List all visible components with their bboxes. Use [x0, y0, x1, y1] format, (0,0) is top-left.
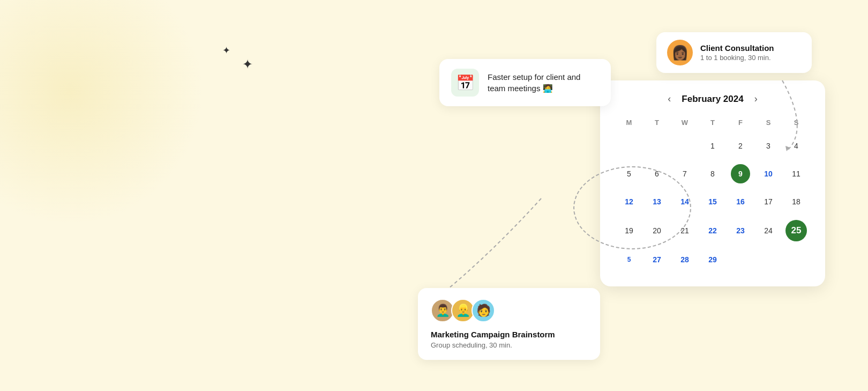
cal-day-available-16[interactable]: 16	[727, 188, 754, 216]
weekday-F: F	[727, 115, 754, 132]
client-avatar: 👩🏾	[667, 40, 693, 65]
weekday-T1: T	[643, 115, 671, 132]
cal-day[interactable]: 24	[754, 216, 782, 246]
sparkle-icon-1: ✦	[222, 46, 230, 55]
calendar-next-button[interactable]: ›	[752, 93, 760, 105]
cal-day-available-29[interactable]: 29	[699, 246, 727, 274]
cal-day[interactable]: 7	[671, 160, 699, 188]
bot-feature-card: 📅 Faster setup for client and team meeti…	[439, 59, 611, 106]
cal-day[interactable]: 4	[782, 132, 810, 160]
client-card-subtitle: 1 to 1 booking, 30 min.	[700, 54, 774, 62]
weekday-S1: S	[754, 115, 782, 132]
calendar-prev-button[interactable]: ‹	[665, 93, 673, 105]
avatar-3: 🧑	[472, 299, 495, 322]
cal-day[interactable]: 18	[782, 188, 810, 216]
cal-day-available-23[interactable]: 23	[727, 216, 754, 246]
calendar-month-label: February 2024	[682, 94, 743, 105]
cal-day[interactable]: 19	[615, 216, 643, 246]
cal-day[interactable]: 3	[754, 132, 782, 160]
avatar-group: 👨‍🦱 👱‍♂️ 🧑	[431, 299, 587, 322]
weekday-T2: T	[699, 115, 727, 132]
marketing-campaign-card: 👨‍🦱 👱‍♂️ 🧑 Marketing Campaign Brainstorm…	[418, 288, 600, 360]
cal-day-available-28[interactable]: 28	[671, 246, 699, 274]
cal-day-available-22[interactable]: 22	[699, 216, 727, 246]
cal-day[interactable]: 6	[643, 160, 671, 188]
cal-day-available-10[interactable]: 10	[754, 160, 782, 188]
cal-day-empty	[643, 132, 671, 160]
cal-day-available-27[interactable]: 27	[643, 246, 671, 274]
cal-day-available-14[interactable]: 14	[671, 188, 699, 216]
client-info: Client Consultation 1 to 1 booking, 30 m…	[700, 43, 774, 62]
calendar-weekday-row: M T W T F S S	[615, 115, 810, 132]
bot-card-text: Faster setup for client and team meeting…	[488, 71, 599, 94]
cal-day-empty	[615, 132, 643, 160]
client-card-title: Client Consultation	[700, 43, 774, 53]
cal-day-empty	[727, 246, 754, 274]
table-row: 12 13 14 15 16 17 18	[615, 188, 810, 216]
marketing-card-title: Marketing Campaign Brainstorm	[431, 330, 587, 339]
cal-day[interactable]: 2	[727, 132, 754, 160]
cal-day-empty	[782, 246, 810, 274]
cal-day[interactable]: 5	[615, 160, 643, 188]
weekday-S2: S	[782, 115, 810, 132]
cal-day-empty	[754, 246, 782, 274]
client-consultation-card: 👩🏾 Client Consultation 1 to 1 booking, 3…	[656, 32, 812, 73]
cal-day[interactable]: 20	[643, 216, 671, 246]
table-row: 1 2 3 4	[615, 132, 810, 160]
table-row: 5 27 28 29	[615, 246, 810, 274]
cal-day[interactable]: 11	[782, 160, 810, 188]
cal-day[interactable]: 17	[754, 188, 782, 216]
cal-day[interactable]: 8	[699, 160, 727, 188]
table-row: 19 20 21 22 23 24 25	[615, 216, 810, 246]
bot-calendar-icon: 📅	[451, 69, 479, 97]
cal-day-available-13[interactable]: 13	[643, 188, 671, 216]
cal-day-available-15[interactable]: 15	[699, 188, 727, 216]
weekday-W: W	[671, 115, 699, 132]
cal-day-available-12[interactable]: 12	[615, 188, 643, 216]
cal-day[interactable]: 21	[671, 216, 699, 246]
calendar-header: ‹ February 2024 ›	[615, 93, 810, 105]
weekday-M: M	[615, 115, 643, 132]
calendar-card: ‹ February 2024 › M T W T F S S 1 2	[600, 80, 825, 286]
cal-day[interactable]: 1	[699, 132, 727, 160]
marketing-card-subtitle: Group scheduling, 30 min.	[431, 341, 587, 349]
sparkle-icon-2: ✦	[242, 58, 253, 71]
cal-day-selected-25[interactable]: 25	[782, 216, 810, 246]
calendar-grid: M T W T F S S 1 2 3 4 5 6	[615, 115, 810, 274]
table-row: 5 6 7 8 9 10 11	[615, 160, 810, 188]
cal-day-selected-9[interactable]: 9	[727, 160, 754, 188]
cal-day-empty	[671, 132, 699, 160]
cal-day-available-5[interactable]: 5	[615, 246, 643, 274]
background-blob	[0, 0, 204, 225]
